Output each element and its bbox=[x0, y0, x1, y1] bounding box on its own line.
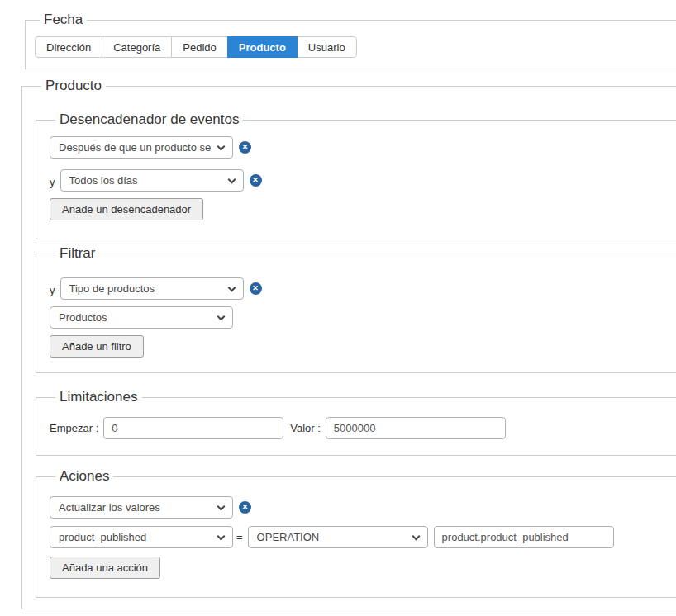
schedule-select[interactable]: Todos los días bbox=[60, 169, 244, 192]
and-label: y bbox=[50, 284, 55, 300]
filter-type-select-value: Tipo de productos bbox=[69, 282, 221, 295]
value-label: Valor : bbox=[290, 422, 321, 434]
tab-producto[interactable]: Producto bbox=[227, 36, 298, 58]
action-type-select-value: Actualizar los valores bbox=[59, 501, 211, 514]
fecha-legend: Fecha bbox=[40, 12, 87, 28]
operation-select[interactable]: OPERATION bbox=[248, 526, 428, 548]
producto-legend: Producto bbox=[41, 78, 106, 94]
limits-legend: Limitaciones bbox=[55, 389, 142, 405]
remove-trigger-icon[interactable]: ✕ bbox=[239, 141, 251, 154]
chevron-down-icon bbox=[227, 284, 236, 292]
chevron-down-icon bbox=[217, 503, 226, 511]
tab-categoria[interactable]: Categoría bbox=[102, 36, 172, 58]
chevron-down-icon bbox=[227, 176, 236, 184]
tab-usuario[interactable]: Usuario bbox=[297, 36, 357, 58]
event-trigger-select[interactable]: Después de que un producto se bbox=[50, 136, 233, 159]
producto-fieldset: Producto Desencadenador de eventos Despu… bbox=[21, 78, 676, 609]
and-label: y bbox=[50, 176, 55, 192]
filter-type-select[interactable]: Tipo de productos bbox=[60, 277, 244, 300]
value-input[interactable] bbox=[326, 417, 506, 439]
filter-target-select[interactable]: Productos bbox=[50, 306, 233, 329]
filter-row: y Tipo de productos ✕ bbox=[50, 277, 676, 300]
action-row: product_published = OPERATION bbox=[50, 526, 676, 548]
event-trigger-select-value: Después de que un producto se bbox=[59, 141, 211, 154]
chevron-down-icon bbox=[217, 313, 226, 321]
action-value-input[interactable] bbox=[434, 526, 614, 548]
remove-filter-icon[interactable]: ✕ bbox=[250, 282, 262, 295]
action-field-select-value: product_published bbox=[59, 531, 211, 543]
chevron-down-icon bbox=[412, 533, 420, 541]
limits-row: Empezar : Valor : bbox=[50, 417, 676, 439]
tab-pedido[interactable]: Pedido bbox=[171, 36, 227, 58]
action-row: Actualizar los valores ✕ bbox=[50, 496, 676, 519]
schedule-select-value: Todos los días bbox=[69, 174, 221, 187]
start-label: Empezar : bbox=[50, 422, 98, 434]
operation-select-value: OPERATION bbox=[257, 531, 406, 543]
equals-label: = bbox=[236, 531, 243, 543]
action-type-select[interactable]: Actualizar los valores bbox=[50, 496, 233, 519]
actions-fieldset: Aciones Actualizar los valores ✕ product… bbox=[36, 468, 676, 598]
filter-fieldset: Filtrar y Tipo de productos ✕ Productos … bbox=[36, 245, 676, 373]
action-field-select[interactable]: product_published bbox=[50, 526, 233, 548]
limits-fieldset: Limitaciones Empezar : Valor : bbox=[36, 389, 676, 456]
remove-action-icon[interactable]: ✕ bbox=[239, 501, 251, 514]
add-trigger-button[interactable]: Añade un desencadenador bbox=[50, 198, 203, 220]
triggers-fieldset: Desencadenador de eventos Después de que… bbox=[36, 111, 676, 239]
chevron-down-icon bbox=[217, 533, 226, 541]
trigger-row: y Todos los días ✕ bbox=[50, 169, 676, 192]
fecha-fieldset: Fecha Dirección Categoría Pedido Product… bbox=[25, 12, 676, 69]
actions-legend: Aciones bbox=[55, 468, 113, 485]
tab-direccion[interactable]: Dirección bbox=[35, 36, 102, 58]
triggers-legend: Desencadenador de eventos bbox=[55, 111, 243, 128]
filter-row: Productos bbox=[50, 306, 676, 329]
chevron-down-icon bbox=[217, 143, 226, 151]
trigger-row: Después de que un producto se ✕ bbox=[50, 136, 676, 159]
filter-target-select-value: Productos bbox=[59, 311, 211, 324]
add-action-button[interactable]: Añada una acción bbox=[50, 557, 160, 579]
filter-legend: Filtrar bbox=[55, 245, 99, 262]
add-filter-button[interactable]: Añade un filtro bbox=[50, 335, 144, 358]
start-input[interactable] bbox=[103, 417, 283, 439]
remove-schedule-icon[interactable]: ✕ bbox=[250, 174, 262, 187]
entity-tab-group: Dirección Categoría Pedido Producto Usua… bbox=[35, 36, 357, 58]
